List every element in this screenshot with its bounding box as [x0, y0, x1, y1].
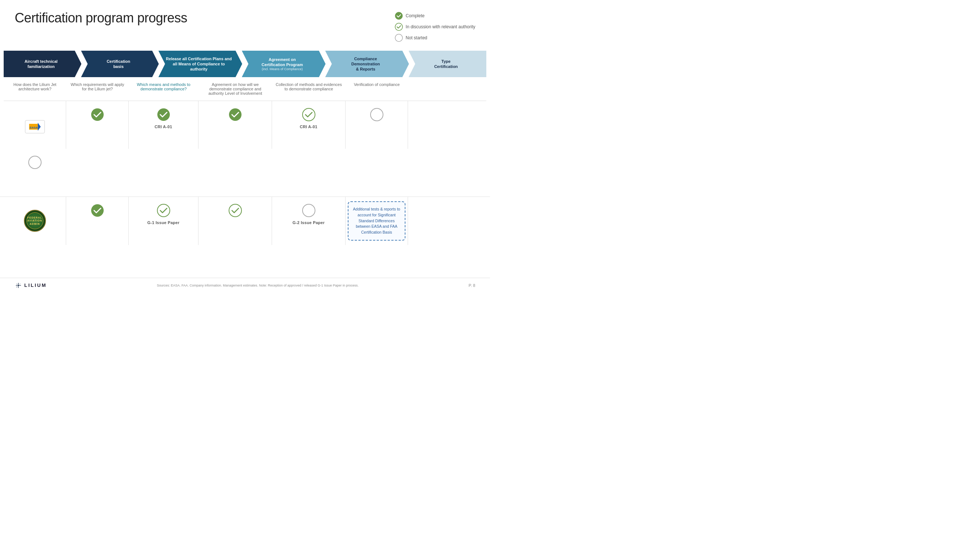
- easa-cell-2: CRI A-01: [129, 101, 199, 149]
- col-header-3: Which means and methods to demonstrate c…: [129, 79, 199, 101]
- easa-label-4: CRI A-01: [300, 124, 318, 129]
- svg-point-11: [29, 156, 41, 168]
- faa-logo-cell: FEDERALAVIATIONADMIN: [4, 197, 66, 245]
- in-discussion-check-1: [302, 108, 316, 122]
- complete-check-faa-1: [91, 203, 104, 218]
- complete-icon: [395, 12, 403, 20]
- legend: Complete In discussion with relevant aut…: [395, 10, 475, 42]
- complete-check-1: [91, 108, 104, 122]
- banner-segment-5-text: ComplianceDemonstration& Reports: [352, 56, 380, 72]
- svg-point-12: [91, 204, 103, 217]
- footer-page-number: P. 8: [469, 283, 475, 287]
- easa-cell-6: [4, 149, 66, 197]
- svg-point-16: [18, 285, 19, 286]
- svg-text:EASA: EASA: [29, 126, 38, 129]
- in-discussion-check-faa-1: [157, 203, 170, 218]
- faa-label-2: G-1 Issue Paper: [147, 221, 180, 225]
- svg-point-15: [302, 204, 315, 217]
- not-started-circle-2: [28, 156, 42, 169]
- banner-segment-2-text: Certificationbasis: [107, 59, 130, 70]
- additional-tests-box: Additional tests & reports to account fo…: [348, 201, 406, 241]
- complete-check-3: [228, 108, 242, 122]
- easa-row: EASA CRI A-01 CRI A-01: [0, 101, 490, 197]
- faa-cell-3: [199, 197, 272, 245]
- svg-point-6: [91, 108, 103, 121]
- easa-cell-5: [345, 101, 408, 149]
- in-discussion-icon: [395, 23, 403, 31]
- easa-arrow-icon: EASA: [29, 123, 41, 131]
- banner-segment-5: ComplianceDemonstration& Reports: [325, 51, 409, 77]
- col-header-2: Which requirements will apply for the Li…: [66, 79, 129, 101]
- easa-label-2: CRI A-01: [155, 124, 172, 129]
- svg-point-13: [158, 204, 170, 217]
- banner-segment-4: Agreement onCertification Program (incl.…: [242, 51, 326, 77]
- svg-point-1: [395, 23, 402, 30]
- svg-point-7: [158, 108, 170, 121]
- banner-segment-1: Aircraft technicalfamiliarization: [4, 51, 81, 77]
- svg-point-8: [229, 108, 242, 121]
- legend-complete-label: Complete: [406, 13, 425, 18]
- easa-cell-1: [66, 101, 129, 149]
- banner-segment-4-text: Agreement onCertification Program: [262, 57, 303, 68]
- svg-point-14: [229, 204, 242, 217]
- banner-segment-6: TypeCertification: [409, 51, 486, 77]
- faa-cell-2: G-1 Issue Paper: [129, 197, 199, 245]
- footer-source-text: Sources: EASA. FAA. Company information.…: [157, 284, 359, 287]
- additional-tests-text: Additional tests & reports to account fo…: [353, 207, 400, 234]
- faa-label-4: G-2 Issue Paper: [293, 221, 325, 225]
- page-header: Certification program progress Complete …: [0, 0, 490, 46]
- easa-logo: EASA: [25, 120, 45, 133]
- arrow-banner: Aircraft technicalfamiliarization Certif…: [0, 51, 490, 77]
- column-headers: How does the Lilium Jet architecture wor…: [0, 79, 490, 101]
- banner-segment-3: Release all Certification Plans and all …: [158, 51, 242, 77]
- lilium-logo: LILIUM: [15, 282, 47, 289]
- col-header-6: Verification of compliance: [345, 79, 408, 101]
- legend-in-discussion: In discussion with relevant authority: [395, 23, 475, 31]
- svg-point-2: [395, 34, 402, 41]
- page-title: Certification program progress: [15, 10, 187, 26]
- legend-not-started: Not started: [395, 34, 475, 42]
- legend-complete: Complete: [395, 12, 475, 20]
- not-started-icon: [395, 34, 403, 42]
- faa-cell-1: [66, 197, 129, 245]
- easa-logo-cell: EASA: [4, 101, 66, 149]
- faa-logo: FEDERALAVIATIONADMIN: [24, 210, 46, 232]
- svg-point-9: [302, 108, 315, 121]
- banner-segment-3-text: Release all Certification Plans and all …: [166, 56, 232, 72]
- complete-check-2: [157, 108, 170, 122]
- banner-segment-6-text: TypeCertification: [434, 59, 458, 70]
- banner-segment-2: Certificationbasis: [81, 51, 158, 77]
- easa-cell-3: [199, 101, 272, 149]
- page-footer: LILIUM Sources: EASA. FAA. Company infor…: [0, 278, 490, 293]
- banner-segment-1-text: Aircraft technicalfamiliarization: [25, 59, 58, 70]
- in-discussion-check-faa-2: [228, 203, 242, 218]
- easa-cell-4: CRI A-01: [272, 101, 345, 149]
- svg-point-10: [371, 108, 383, 121]
- col-header-5: Collection of methods and evidences to d…: [272, 79, 345, 101]
- col-header-1: How does the Lilium Jet architecture wor…: [4, 79, 66, 101]
- lilium-flower-icon: [15, 282, 22, 289]
- banner-segment-4-sub: (incl. Means of Compliance): [262, 67, 303, 71]
- additional-tests-cell: Additional tests & reports to account fo…: [345, 197, 408, 245]
- faa-logo-inner: FEDERALAVIATIONADMIN: [27, 212, 43, 229]
- svg-point-0: [395, 12, 402, 19]
- col-header-4: Agreement on how will we demonstrate com…: [199, 79, 272, 101]
- not-started-circle-faa-1: [302, 203, 316, 218]
- svg-marker-4: [38, 123, 40, 131]
- legend-not-started-label: Not started: [406, 35, 428, 40]
- lilium-brand-name: LILIUM: [24, 283, 47, 288]
- legend-discussion-label: In discussion with relevant authority: [406, 24, 475, 29]
- faa-cell-4: G-2 Issue Paper: [272, 197, 345, 245]
- not-started-circle-1: [370, 108, 384, 122]
